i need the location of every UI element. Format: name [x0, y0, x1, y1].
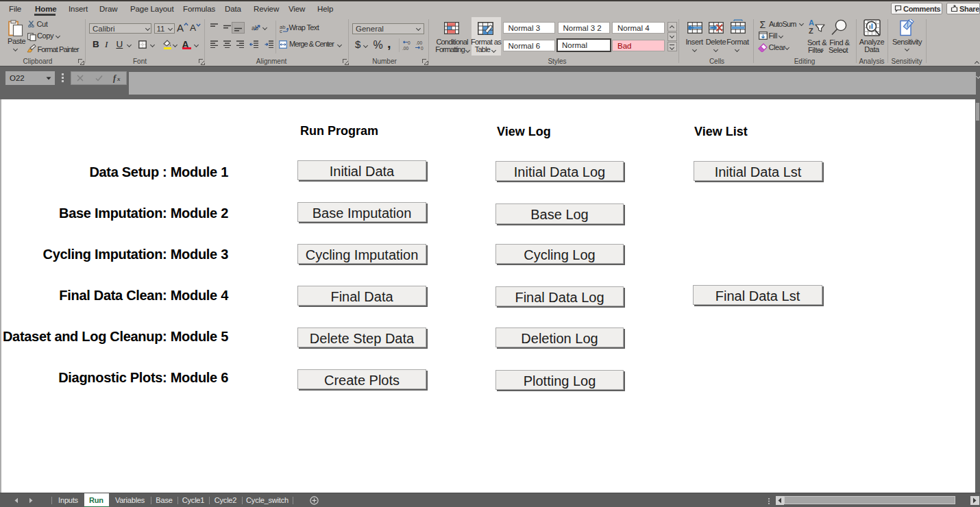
- svg-text:0: 0: [421, 46, 424, 51]
- svg-text:0: 0: [408, 40, 411, 45]
- svg-text:c: c: [280, 28, 282, 33]
- svg-text:.00: .00: [402, 46, 408, 51]
- svg-text:ab: ab: [252, 25, 258, 32]
- svg-text:.00: .00: [416, 40, 422, 45]
